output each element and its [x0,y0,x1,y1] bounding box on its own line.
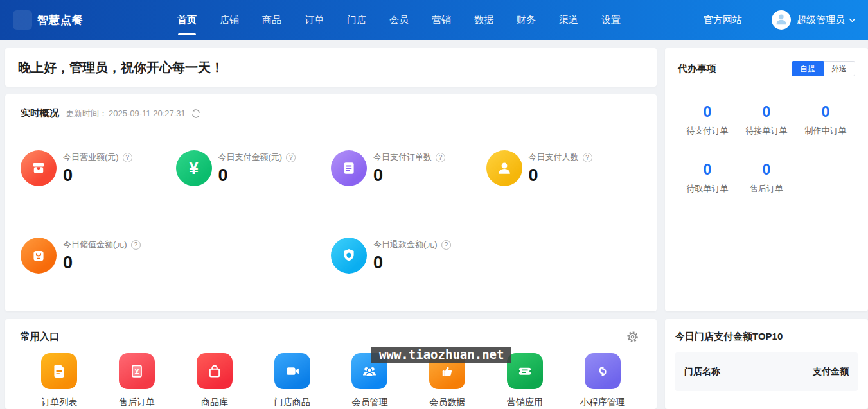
todo-item-unpaid: 0 待支付订单 [678,103,737,137]
todo-header: 代办事项 自提 外送 [678,61,855,76]
top10-table-header: 门店名称 支付金额 [675,352,858,391]
todo-label: 售后订单 [737,183,796,195]
top10-card: 今日门店支付金额TOP10 门店名称 支付金额 [665,319,868,409]
entry-label: 订单列表 [41,397,77,408]
goods-bag-icon [197,353,233,389]
stat-value: 0 [373,166,445,186]
stat-label: 今日储值金额(元) [63,239,127,250]
nav-item-channels[interactable]: 渠道 [547,0,590,40]
miniprogram-icon [585,353,621,389]
official-website-link[interactable]: 官方网站 [704,14,742,26]
help-icon[interactable]: ? [131,240,141,250]
toggle-pickup[interactable]: 自提 [792,61,824,76]
greeting-card: 晚上好，管理员，祝你开心每一天！ [5,48,657,87]
todo-item-aftersale: 0 售后订单 [737,161,796,195]
main-menu: 首页 店铺 商品 订单 门店 会员 营销 数据 财务 渠道 设置 [166,0,632,40]
top10-title: 今日门店支付金额TOP10 [675,331,858,343]
todo-count[interactable]: 0 [678,103,737,121]
nav-item-stores[interactable]: 门店 [335,0,378,40]
yuan-icon: ¥ [176,150,212,186]
entry-label: 会员管理 [351,397,387,408]
nav-item-settings[interactable]: 设置 [590,0,632,40]
stat-value: 0 [63,166,132,186]
entry-marketing-apps[interactable]: 营销应用 [507,353,543,408]
update-time-label: 更新时间： [66,108,107,119]
entry-label: 售后订单 [119,397,155,408]
todo-item-pending-accept: 0 待接单订单 [737,103,796,137]
help-icon[interactable]: ? [583,153,592,162]
nav-item-members[interactable]: 会员 [378,0,420,40]
stat-today-refund: 今日退款金额(元) ? 0 [331,238,486,274]
marketing-ticket-icon [507,353,543,389]
help-icon[interactable]: ? [286,153,296,162]
todo-title: 代办事项 [678,63,716,75]
entries-header: 常用入口 [21,331,641,343]
overview-stats-grid: 今日营业额(元) ? 0 ¥ 今日支付金额(元) ? [21,150,641,274]
stat-value: 0 [373,253,451,273]
entry-aftersale-orders[interactable]: ¥ 售后订单 [119,353,155,408]
help-icon[interactable]: ? [123,153,132,162]
entry-label: 营销应用 [507,397,543,408]
entry-label: 商品库 [201,397,228,408]
stat-today-paid-orders: 今日支付订单数 ? 0 [331,150,486,186]
common-entries-card: 常用入口 订单列表 ¥ 售后订单 [5,319,657,409]
store-goods-icon [274,353,310,389]
entry-store-goods[interactable]: 门店商品 [274,353,310,408]
stat-today-payers: 今日支付人数 ? 0 [486,150,642,186]
todo-label: 待取单订单 [678,183,737,195]
person-icon [486,150,522,186]
help-icon[interactable]: ? [441,240,451,250]
chevron-down-icon[interactable] [848,16,856,24]
overview-title: 实时概况 [21,107,59,119]
nav-item-home[interactable]: 首页 [166,0,208,40]
nav-item-orders[interactable]: 订单 [293,0,335,40]
entry-label: 会员数据 [429,397,465,408]
toggle-delivery[interactable]: 外送 [824,61,855,76]
column-pay-amount: 支付金额 [813,366,849,378]
column-store-name: 门店名称 [684,366,720,378]
stat-label: 今日营业额(元) [63,152,119,163]
current-user-name[interactable]: 超级管理员 [797,14,845,26]
entry-order-list[interactable]: 订单列表 [41,353,77,408]
todo-grid: 0 待支付订单 0 待接单订单 0 制作中订单 0 待取单订单 0 售后订单 [678,103,855,195]
todo-count[interactable]: 0 [737,103,796,121]
todo-count[interactable]: 0 [796,103,855,121]
user-avatar[interactable] [772,10,791,30]
entry-goods-library[interactable]: 商品库 [197,353,233,408]
gear-icon[interactable] [626,331,639,343]
greeting-text: 晚上好，管理员，祝你开心每一天！ [18,59,224,76]
nav-item-finance[interactable]: 财务 [505,0,547,40]
stat-value: 0 [63,253,141,273]
todo-label: 制作中订单 [796,125,855,137]
right-column: 代办事项 自提 外送 0 待支付订单 0 待接单订单 0 制作中订单 [665,48,868,409]
todo-count[interactable]: 0 [678,161,737,178]
stat-label: 今日支付订单数 [373,152,432,163]
todo-count[interactable]: 0 [737,161,796,178]
watermark: www.tiaozhuan.net [371,347,511,363]
help-icon[interactable]: ? [436,153,445,162]
stat-label: 今日支付人数 [529,152,579,163]
todo-card: 代办事项 自提 外送 0 待支付订单 0 待接单订单 0 制作中订单 [665,48,868,311]
todo-label: 待接单订单 [737,125,796,137]
overview-header: 实时概况 更新时间： 2025-09-11 20:27:31 [21,107,641,119]
nav-item-shop[interactable]: 店铺 [208,0,251,40]
order-list-icon [41,353,77,389]
storage-bag-icon [21,238,57,274]
navbar-right: 官方网站 超级管理员 [704,10,856,30]
stat-value: 0 [218,166,296,186]
nav-item-goods[interactable]: 商品 [251,0,293,40]
entry-miniprogram-management[interactable]: 小程序管理 [580,353,625,408]
stat-label: 今日退款金额(元) [373,239,438,250]
update-time-value: 2025-09-11 20:27:31 [109,109,186,118]
nav-item-marketing[interactable]: 营销 [420,0,463,40]
refresh-icon[interactable] [191,109,201,119]
todo-item-in-production: 0 制作中订单 [796,103,855,137]
stat-today-stored-value: 今日储值金额(元) ? 0 [21,238,176,274]
entries-grid: 订单列表 ¥ 售后订单 商品库 [21,353,641,408]
avatar-person-icon [774,12,788,28]
todo-label: 待支付订单 [678,125,737,137]
stat-today-revenue: 今日营业额(元) ? 0 [21,150,176,186]
brand-name: 智慧点餐 [37,13,84,28]
nav-item-data[interactable]: 数据 [463,0,505,40]
refund-shield-icon [331,238,367,274]
